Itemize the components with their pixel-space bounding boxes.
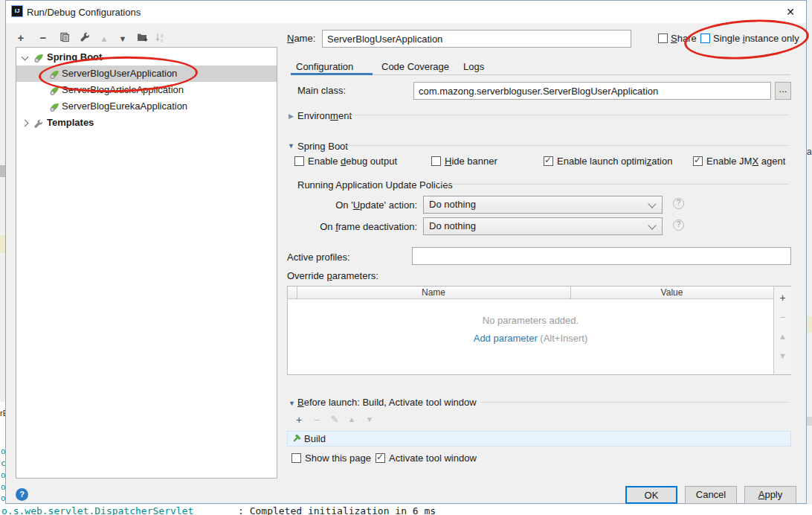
section-expanded-icon[interactable]: ▼	[289, 400, 295, 407]
share-checkbox[interactable]	[658, 33, 668, 43]
active-profiles-input[interactable]	[412, 247, 791, 265]
on-update-action-select[interactable]: Do nothing	[423, 196, 663, 214]
remove-icon[interactable]: −	[36, 31, 50, 45]
sort-alphabetically-icon[interactable]: az	[153, 32, 167, 45]
section-collapsed-icon[interactable]: ▶	[289, 112, 294, 120]
environment-section-label[interactable]: Environment	[297, 109, 352, 123]
column-header-value[interactable]: Value	[570, 287, 773, 298]
tree-group-spring-boot[interactable]: Spring Boot	[16, 49, 277, 65]
run-debug-configurations-dialog: IJ Run/Debug Configurations ✕ + − ▲ ▼ az	[5, 0, 807, 504]
copy-icon[interactable]	[58, 32, 71, 45]
section-divider	[347, 115, 789, 115]
intellij-logo-icon: IJ	[11, 5, 23, 17]
before-launch-section-label[interactable]: Before launch: Build, Activate tool wind…	[297, 396, 477, 409]
single-instance-label: Single instance only	[713, 32, 799, 45]
chevron-right-icon[interactable]	[22, 120, 29, 127]
hide-banner-label: Hide banner	[445, 155, 497, 168]
move-up-icon[interactable]: ▲	[345, 413, 358, 426]
tree-group-label: Spring Boot	[47, 49, 102, 65]
right-edge-yellow-patch	[807, 316, 812, 333]
before-launch-item-build[interactable]: Build	[287, 431, 791, 447]
tree-item-label: ServerBlogUserApplication	[62, 65, 177, 82]
name-input[interactable]	[322, 30, 631, 48]
table-header[interactable]: Name Value	[288, 287, 773, 299]
apply-button[interactable]: Apply	[744, 486, 796, 504]
move-up-icon[interactable]: ▲	[774, 329, 791, 344]
tree-item-serverblogarticleapplication[interactable]: ServerBlogArticleApplication	[16, 82, 277, 98]
move-down-icon[interactable]: ▼	[363, 413, 376, 426]
table-empty-text: No parameters added.	[288, 315, 773, 326]
enable-jmx-agent-checkbox[interactable]	[693, 156, 703, 166]
build-item-label: Build	[304, 432, 326, 446]
chevron-down-icon	[648, 221, 656, 229]
activate-tool-window-checkbox[interactable]	[376, 453, 385, 463]
active-profiles-label: Active profiles:	[287, 251, 350, 264]
move-down-icon[interactable]: ▼	[774, 348, 791, 363]
wrench-icon	[33, 118, 43, 134]
section-expanded-icon[interactable]: ▼	[288, 142, 294, 150]
ok-button[interactable]: OK	[625, 486, 677, 504]
on-frame-deactivation-label: On frame deactivation:	[297, 220, 417, 234]
help-icon[interactable]: ?	[673, 198, 684, 209]
close-icon[interactable]: ✕	[782, 4, 799, 19]
update-policies-title: Running Application Update Policies	[297, 179, 453, 192]
add-icon[interactable]: +	[14, 31, 28, 45]
edit-templates-icon[interactable]	[78, 32, 91, 45]
chevron-down-icon[interactable]	[22, 54, 29, 61]
spring-boot-section-label[interactable]: Spring Boot	[297, 140, 348, 153]
section-divider	[435, 184, 789, 185]
enable-debug-output-checkbox[interactable]	[294, 156, 304, 166]
add-icon[interactable]: +	[292, 413, 306, 426]
selected-value: Do nothing	[429, 220, 476, 231]
tab-code-coverage[interactable]: Code Coverage	[381, 60, 449, 74]
console-logger-class: o.s.web.servlet.DispatcherServlet	[1, 505, 193, 515]
selected-value: Do nothing	[429, 199, 476, 210]
add-parameter-link[interactable]: Add parameter	[474, 333, 538, 344]
cancel-button[interactable]: Cancel	[685, 486, 737, 504]
right-edge-text: ag	[807, 145, 812, 159]
add-parameter-shortcut: (Alt+Insert)	[538, 333, 588, 344]
chevron-down-icon	[648, 199, 656, 208]
column-header-name[interactable]: Name	[297, 287, 570, 298]
hide-banner-checkbox[interactable]	[431, 156, 441, 166]
enable-launch-optimization-label: Enable launch optimization	[557, 155, 672, 168]
edit-icon[interactable]: ✎	[328, 413, 341, 426]
main-class-label: Main class:	[297, 84, 346, 97]
remove-icon[interactable]: −	[774, 310, 791, 324]
table-side-toolbar: + − ▲ ▼	[773, 287, 791, 374]
enable-launch-optimization-checkbox[interactable]	[544, 156, 553, 166]
add-icon[interactable]: +	[774, 290, 791, 305]
tree-item-serverbloguserapplication[interactable]: ServerBlogUserApplication	[16, 65, 277, 82]
tab-configuration[interactable]: Configuration	[296, 60, 353, 74]
configurations-tree: Spring Boot ServerBlogUserApplication Se…	[16, 47, 277, 479]
screenshot-root: rE o c o o o ag o.s.web.servlet.Dispatch…	[0, 0, 812, 515]
svg-text:z: z	[161, 38, 163, 43]
tab-logs[interactable]: Logs	[463, 60, 484, 74]
help-icon[interactable]: ?	[673, 220, 684, 231]
dialog-title: Run/Debug Configurations	[27, 6, 141, 19]
on-frame-deactivation-select[interactable]: Do nothing	[423, 217, 663, 235]
override-parameters-label: Override parameters:	[287, 269, 378, 283]
dialog-titlebar[interactable]: IJ Run/Debug Configurations ✕	[6, 1, 806, 23]
name-label: Name:	[287, 32, 315, 45]
main-class-input[interactable]	[413, 82, 771, 100]
section-divider	[345, 145, 789, 146]
help-button[interactable]: ?	[16, 488, 28, 501]
tabbar-divider	[373, 74, 790, 75]
tree-item-serverblogeurekaapplication[interactable]: ServerBlogEurekaApplication	[16, 98, 277, 115]
move-up-icon[interactable]: ▲	[97, 32, 111, 45]
table-empty-action: Add parameter (Alt+Insert)	[288, 333, 773, 344]
share-label: Share	[671, 32, 697, 45]
tree-item-label: ServerBlogArticleApplication	[62, 82, 184, 98]
show-this-page-checkbox[interactable]	[291, 453, 301, 463]
move-down-icon[interactable]: ▼	[116, 32, 129, 45]
svg-text:a: a	[161, 33, 164, 38]
single-instance-checkbox[interactable]	[700, 33, 710, 43]
remove-icon[interactable]: −	[310, 413, 323, 426]
right-edge-gray-patch	[807, 417, 812, 426]
tree-group-label: Templates	[47, 115, 94, 131]
tree-group-templates[interactable]: Templates	[16, 115, 277, 131]
new-folder-icon[interactable]	[135, 32, 149, 45]
browse-button[interactable]: ...	[775, 82, 791, 100]
section-divider	[480, 402, 789, 403]
